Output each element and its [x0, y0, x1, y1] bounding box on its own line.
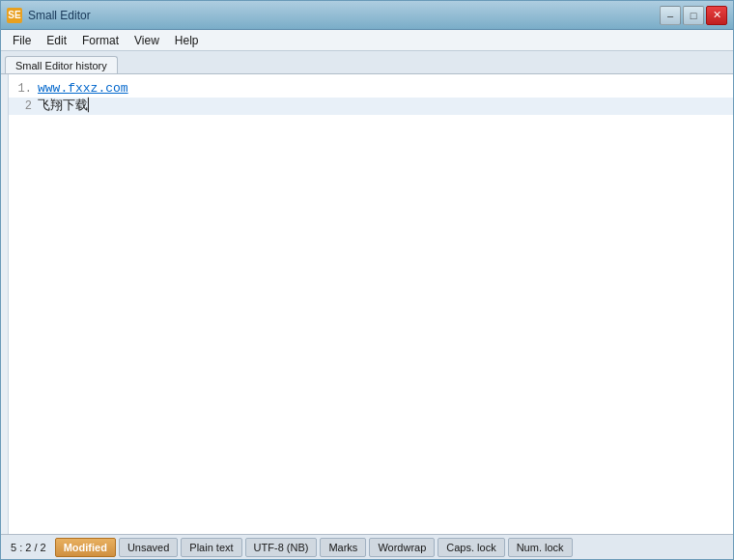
tabbar: Small Editor history: [1, 51, 733, 74]
maximize-button[interactable]: □: [683, 6, 704, 25]
statusbar: 5 : 2 / 2 Modified Unsaved Plain text UT…: [1, 534, 733, 559]
status-unsaved[interactable]: Unsaved: [119, 538, 178, 557]
editor-content: 1. www.fxxz.com 2 飞翔下载▏: [1, 74, 733, 534]
menu-format[interactable]: Format: [74, 32, 127, 49]
window-title: Small Editor: [28, 9, 660, 22]
status-num-lock[interactable]: Num. lock: [508, 538, 573, 557]
menu-help[interactable]: Help: [167, 32, 207, 49]
status-wordwrap[interactable]: Wordwrap: [369, 538, 435, 557]
menubar: File Edit Format View Help: [1, 30, 733, 51]
line-text-2: 飞翔下载▏: [38, 98, 729, 115]
status-modified[interactable]: Modified: [55, 538, 116, 557]
status-encoding[interactable]: UTF-8 (NB): [245, 538, 318, 557]
titlebar: SE Small Editor – □ ✕: [1, 1, 733, 30]
status-marks[interactable]: Marks: [320, 538, 366, 557]
menu-file[interactable]: File: [5, 32, 39, 49]
status-plain-text[interactable]: Plain text: [181, 538, 241, 557]
status-caps-lock[interactable]: Caps. lock: [438, 538, 504, 557]
line-1: 1. www.fxxz.com: [9, 80, 733, 98]
left-margin: [1, 74, 9, 534]
line-number-1: 1.: [13, 80, 32, 98]
line-number-2: 2: [13, 98, 32, 115]
main-window: SE Small Editor – □ ✕ File Edit Format V…: [0, 0, 734, 560]
tab-editor-history[interactable]: Small Editor history: [5, 56, 118, 73]
editor-area[interactable]: 1. www.fxxz.com 2 飞翔下载▏: [9, 74, 733, 534]
app-icon: SE: [7, 8, 22, 23]
line-text-1: www.fxxz.com: [38, 80, 729, 98]
cursor-position: 5 : 2 / 2: [5, 538, 52, 557]
close-button[interactable]: ✕: [706, 6, 727, 25]
minimize-button[interactable]: –: [660, 6, 681, 25]
window-controls: – □ ✕: [660, 6, 727, 25]
menu-view[interactable]: View: [127, 32, 167, 49]
line-2: 2 飞翔下载▏: [9, 98, 733, 115]
menu-edit[interactable]: Edit: [39, 32, 74, 49]
